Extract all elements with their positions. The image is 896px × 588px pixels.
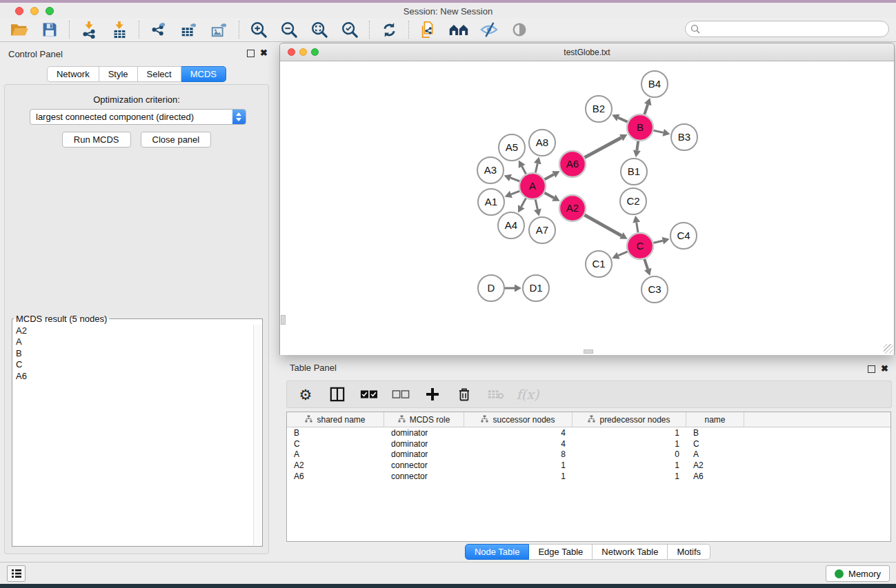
table-cell: B — [686, 428, 744, 438]
tab-mcds[interactable]: MCDS — [181, 66, 226, 82]
graph-node-label: A3 — [484, 164, 497, 176]
graph-edge-A2-C[interactable] — [583, 214, 621, 236]
vertical-scroll-nub[interactable] — [281, 315, 286, 325]
column-header-name[interactable]: name — [686, 412, 744, 427]
graph-edge-A6-B[interactable] — [583, 138, 621, 159]
save-session-icon[interactable] — [39, 20, 60, 39]
delete-table-icon[interactable] — [487, 385, 505, 403]
column-header-MCDS-role[interactable]: MCDS role — [384, 412, 464, 427]
column-type-icon — [398, 415, 406, 425]
search-input[interactable] — [685, 21, 889, 37]
import-network-icon[interactable] — [79, 20, 99, 39]
memory-button[interactable]: Memory — [826, 565, 890, 582]
network-window-title: testGlobe.txt — [280, 48, 894, 57]
zoom-selected-icon[interactable] — [339, 20, 360, 39]
zoom-in-icon[interactable] — [248, 20, 269, 39]
overview-icon[interactable] — [448, 20, 469, 39]
table-cell: A — [686, 449, 744, 459]
table-cell: 4 — [464, 428, 573, 438]
copy-network-icon[interactable] — [418, 20, 439, 39]
result-item[interactable]: C — [16, 359, 253, 370]
dropdown-stepper-icon — [232, 110, 246, 124]
float-table-panel-icon[interactable] — [868, 365, 875, 373]
add-column-icon[interactable] — [424, 385, 441, 403]
task-history-icon[interactable] — [7, 565, 26, 582]
zoom-out-icon[interactable] — [279, 20, 299, 39]
export-table-icon[interactable] — [179, 20, 199, 39]
window-resize-grip[interactable] — [884, 344, 893, 354]
tab-select[interactable]: Select — [138, 66, 181, 82]
zoom-fit-icon[interactable] — [309, 20, 330, 39]
open-session-icon[interactable] — [9, 20, 30, 39]
tab-motifs[interactable]: Motifs — [668, 544, 710, 560]
function-builder-icon[interactable]: f(x) — [519, 385, 537, 403]
result-item[interactable]: A — [16, 336, 253, 347]
network-window-titlebar[interactable]: testGlobe.txt — [280, 43, 894, 61]
close-table-panel-icon[interactable]: ✖ — [881, 363, 888, 374]
import-table-icon[interactable] — [109, 20, 130, 39]
tab-edge-table[interactable]: Edge Table — [529, 544, 593, 560]
table-row[interactable]: A6connector11A6 — [287, 471, 890, 482]
edge-arrowhead — [534, 209, 541, 216]
mcds-result-box: MCDS result (5 nodes) A2ABCA6 — [12, 314, 263, 547]
tab-network[interactable]: Network — [47, 66, 99, 82]
dropdown-value: largest connected component (directed) — [30, 112, 232, 122]
tab-node-table[interactable]: Node Table — [465, 544, 530, 560]
table-row[interactable]: Cdominator41C — [287, 438, 890, 449]
show-graphics-icon[interactable] — [509, 20, 530, 39]
optimization-criterion-dropdown[interactable]: largest connected component (directed) — [30, 109, 246, 125]
graph-node-label: D — [488, 282, 495, 294]
horizontal-scroll-nub[interactable] — [584, 349, 593, 354]
result-item[interactable]: A6 — [16, 371, 253, 382]
network-canvas[interactable]: B4B2BB3A8A5A6A3B1AA1C2A2A4A7C4CC1C3DD1 — [280, 61, 894, 355]
hide-graphics-icon[interactable] — [479, 20, 499, 39]
float-panel-icon[interactable] — [247, 50, 255, 57]
control-panel-header: Control Panel ✖ — [0, 43, 273, 66]
table-row[interactable]: Adominator80A — [287, 449, 890, 460]
refresh-icon[interactable] — [379, 20, 399, 39]
graph-node-label: C — [637, 240, 644, 252]
table-cell: 1 — [573, 460, 686, 470]
run-mcds-button[interactable]: Run MCDS — [62, 132, 131, 148]
select-all-columns-icon[interactable] — [360, 385, 378, 403]
tab-style[interactable]: Style — [99, 66, 138, 82]
column-header-predecessor-nodes[interactable]: predecessor nodes — [573, 412, 686, 427]
mcds-result-legend: MCDS result (5 nodes) — [14, 314, 109, 324]
tab-network-table[interactable]: Network Table — [593, 544, 668, 560]
mcds-result-list[interactable]: A2ABCA6 — [13, 325, 253, 545]
table-cell: A6 — [287, 472, 384, 481]
graph-node-label: A6 — [566, 158, 579, 170]
column-type-icon — [481, 415, 488, 425]
table-header-row: shared nameMCDS rolesuccessor nodesprede… — [287, 412, 890, 427]
unselect-all-columns-icon[interactable] — [392, 385, 410, 403]
graph-node-label: B3 — [678, 131, 690, 143]
column-header-successor-nodes[interactable]: successor nodes — [464, 412, 573, 427]
result-item[interactable]: A2 — [16, 325, 253, 336]
column-header-label: name — [704, 415, 725, 425]
close-panel-button[interactable]: Close panel — [141, 132, 212, 148]
table-cell: A6 — [686, 472, 744, 481]
export-network-icon[interactable] — [148, 20, 169, 39]
table-settings-icon[interactable]: ⚙ — [297, 385, 315, 403]
column-header-shared-name[interactable]: shared name — [287, 412, 384, 427]
edge-arrowhead — [534, 156, 541, 164]
table-cell: 1 — [573, 472, 686, 481]
table-row[interactable]: Bdominator41B — [287, 427, 890, 438]
window-title: Session: New Session — [0, 6, 896, 17]
export-image-icon[interactable] — [209, 20, 230, 39]
table-row[interactable]: A2connector11A2 — [287, 460, 890, 471]
graph-node-label: A2 — [566, 202, 579, 214]
result-scrollbar[interactable] — [253, 325, 261, 545]
desktop-edge — [0, 584, 896, 588]
close-panel-icon[interactable]: ✖ — [260, 48, 268, 58]
column-type-icon — [588, 415, 595, 425]
table-cell: connector — [384, 460, 464, 470]
node-table: shared nameMCDS rolesuccessor nodesprede… — [286, 412, 891, 542]
graph-node-label: B2 — [593, 103, 605, 114]
memory-status-icon — [835, 569, 844, 578]
network-graph[interactable]: B4B2BB3A8A5A6A3B1AA1C2A2A4A7C4CC1C3DD1 — [280, 61, 894, 355]
result-item[interactable]: B — [16, 348, 253, 359]
delete-column-icon[interactable] — [455, 385, 473, 403]
show-columns-icon[interactable] — [328, 385, 346, 403]
column-header-label: MCDS role — [410, 415, 450, 425]
